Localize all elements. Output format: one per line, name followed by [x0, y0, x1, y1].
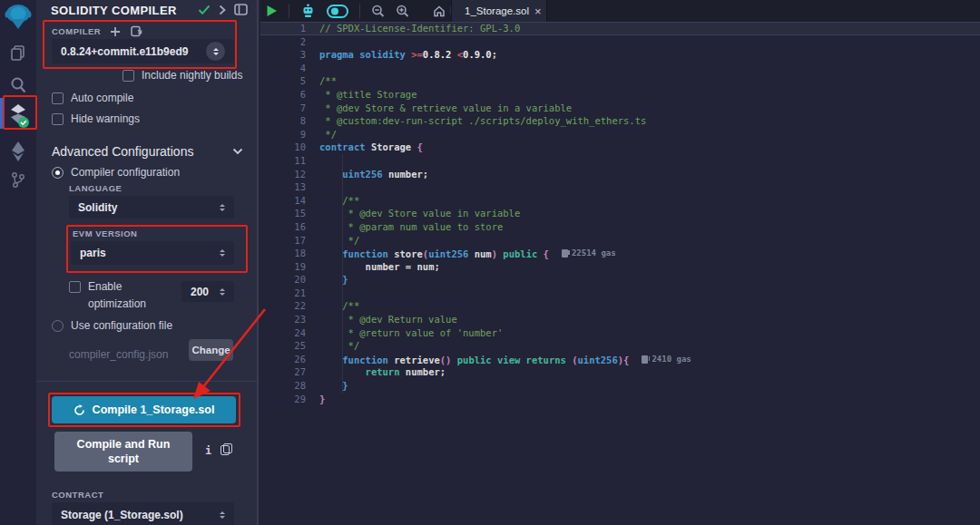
code-line-11[interactable]: 11 [260, 154, 980, 168]
line-number: 29 [260, 393, 306, 406]
nightly-builds-checkbox[interactable] [122, 70, 134, 82]
code-line-20[interactable]: 20 } [260, 273, 980, 287]
chevron-right-icon[interactable] [219, 5, 226, 15]
change-config-button[interactable]: Change [189, 339, 233, 361]
code-line-1[interactable]: 1// SPDX-License-Identifier: GPL-3.0 [260, 22, 980, 35]
solidity-compiler-icon[interactable] [0, 102, 36, 129]
code-line-7[interactable]: 7 * @dev Store & retrieve value in a var… [260, 102, 980, 115]
advanced-configurations-title[interactable]: Advanced Configurations [52, 144, 225, 159]
git-icon[interactable] [0, 171, 36, 190]
auto-compile-checkbox[interactable] [52, 92, 64, 104]
enable-optimization-checkbox[interactable] [69, 281, 81, 293]
compile-button[interactable]: Compile 1_Storage.sol [52, 396, 236, 423]
code-line-10[interactable]: 10contract Storage { [260, 141, 980, 154]
code-line-2[interactable]: 2 [260, 35, 980, 49]
info-icon[interactable]: i [205, 444, 211, 457]
contract-section-label: CONTRACT [52, 490, 103, 500]
compiler-version-value: 0.8.24+commit.e11b9ed9 [61, 45, 206, 58]
line-number: 4 [260, 62, 306, 75]
code-line-27[interactable]: 27 return number; [260, 365, 980, 379]
language-select[interactable]: Solidity [69, 196, 234, 219]
zoom-out-icon[interactable] [366, 0, 390, 22]
line-number: 18 [260, 247, 306, 260]
code-line-22[interactable]: 22 /** [260, 299, 980, 313]
add-compiler-icon[interactable] [110, 26, 121, 37]
code-line-5[interactable]: 5/** [260, 74, 980, 88]
code-line-18[interactable]: 18 function store(uint256 num) public {2… [260, 247, 980, 260]
code-line-28[interactable]: 28 } [260, 379, 980, 393]
pin-panel-icon[interactable] [234, 4, 248, 15]
code-line-25[interactable]: 25 */ [260, 339, 980, 353]
nightly-builds-label: Include nightly builds [142, 69, 242, 82]
code-line-13[interactable]: 13 [260, 180, 980, 194]
config-filename: compiler_config.json [69, 348, 168, 361]
line-number: 14 [260, 194, 306, 208]
ai-copilot-icon[interactable] [295, 0, 321, 22]
compile-and-run-button[interactable]: Compile and Run script [54, 432, 192, 472]
code-line-4[interactable]: 4 [260, 62, 980, 75]
copilot-toggle[interactable] [321, 0, 354, 22]
code-line-17[interactable]: 17 */ [260, 234, 980, 248]
close-tab-icon[interactable]: × [534, 5, 542, 17]
code-line-23[interactable]: 23 * @dev Return value [260, 313, 980, 326]
line-number: 8 [260, 114, 306, 128]
home-icon [433, 5, 446, 17]
code-line-29[interactable]: 29} [260, 393, 980, 406]
code-line-24[interactable]: 24 * @return value of 'number' [260, 326, 980, 340]
chevron-down-icon[interactable] [232, 148, 243, 155]
compiler-configuration-label: Compiler configuration [71, 166, 180, 179]
code-line-14[interactable]: 14 /** [260, 194, 980, 208]
evm-version-select[interactable]: paris [71, 241, 234, 265]
line-number: 17 [260, 234, 306, 248]
zoom-in-icon[interactable] [390, 0, 415, 22]
code-line-12[interactable]: 12 uint256 number; [260, 168, 980, 181]
line-number: 7 [260, 102, 306, 115]
file-explorer-icon[interactable] [0, 44, 36, 62]
deploy-run-icon[interactable] [0, 141, 36, 162]
line-number: 2 [260, 35, 306, 49]
hide-warnings-checkbox[interactable] [52, 113, 64, 125]
compile-button-label: Compile 1_Storage.sol [93, 403, 215, 416]
download-compiler-icon[interactable] [130, 25, 142, 37]
compiler-version-select[interactable]: 0.8.24+commit.e11b9ed9 [52, 39, 234, 63]
recompile-icon [74, 404, 85, 416]
line-number: 10 [260, 141, 306, 154]
activity-icon-bar [0, 0, 36, 525]
remix-logo[interactable] [0, 4, 36, 31]
code-line-3[interactable]: 3pragma solidity >=0.8.2 <0.9.0; [260, 48, 980, 62]
line-number: 21 [260, 287, 306, 300]
code-editor[interactable]: 1// SPDX-License-Identifier: GPL-3.023pr… [260, 22, 980, 525]
panel-divider [36, 381, 257, 382]
code-line-8[interactable]: 8 * @custom:dev-run-script ./scripts/dep… [260, 114, 980, 128]
line-number: 28 [260, 379, 306, 393]
auto-compile-label: Auto compile [71, 92, 133, 104]
code-line-15[interactable]: 15 * @dev Store value in variable [260, 207, 980, 220]
code-line-21[interactable]: 21 [260, 287, 980, 300]
use-config-file-radio[interactable] [52, 320, 64, 332]
compiler-configuration-radio[interactable] [52, 167, 64, 179]
code-line-19[interactable]: 19 number = num; [260, 260, 980, 274]
use-config-file-label: Use configuration file [71, 319, 172, 332]
enable-optimization-label: Enable optimization [88, 278, 162, 312]
solidity-compiler-panel: SOLIDITY COMPILER COMPILER 0.8.24+commit… [36, 0, 259, 525]
compiler-version-stepper-icon[interactable] [206, 42, 225, 61]
panel-title: SOLIDITY COMPILER [51, 4, 177, 17]
line-number: 5 [260, 74, 306, 88]
editor-top-bar: Home 1_Storage.sol × [260, 0, 980, 22]
code-line-9[interactable]: 9 */ [260, 128, 980, 141]
line-number: 9 [260, 128, 306, 141]
code-line-6[interactable]: 6 * @title Storage [260, 88, 980, 102]
line-number: 12 [260, 168, 306, 181]
active-tab-label: 1_Storage.sol [465, 5, 529, 16]
code-line-16[interactable]: 16 * @param num value to store [260, 220, 980, 234]
run-script-button[interactable] [260, 0, 283, 22]
contract-select[interactable]: Storage (1_Storage.sol) [52, 502, 234, 525]
tab-storage-sol[interactable]: 1_Storage.sol × [451, 0, 547, 22]
line-number: 3 [260, 48, 306, 62]
code-lines: 1// SPDX-License-Identifier: GPL-3.023pr… [260, 22, 980, 405]
optimization-runs-input[interactable]: 200 [181, 281, 234, 302]
line-number: 24 [260, 326, 306, 340]
search-icon[interactable] [0, 76, 36, 94]
copy-icon[interactable] [220, 443, 230, 454]
code-line-26[interactable]: 26 function retrieve() public view retur… [260, 353, 980, 366]
